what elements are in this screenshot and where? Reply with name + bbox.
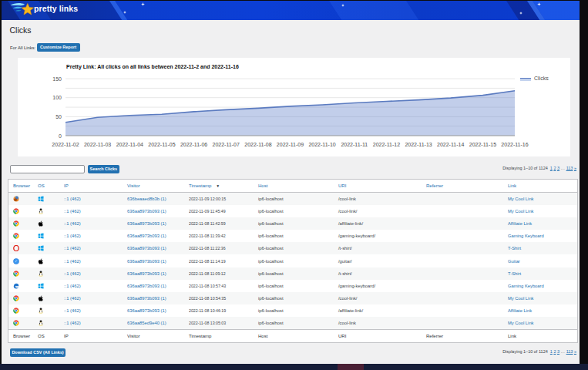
svg-text:150: 150 — [52, 76, 62, 82]
svg-text:2022-11-08: 2022-11-08 — [244, 142, 271, 147]
svg-text:2022-11-16: 2022-11-16 — [501, 142, 528, 147]
svg-text:2022-11-10: 2022-11-10 — [308, 142, 335, 147]
svg-text:2022-11-04: 2022-11-04 — [116, 142, 143, 147]
svg-text:2022-11-09: 2022-11-09 — [277, 142, 304, 147]
svg-text:0: 0 — [59, 133, 62, 139]
svg-text:2022-11-15: 2022-11-15 — [469, 142, 496, 147]
svg-text:2022-11-05: 2022-11-05 — [148, 142, 175, 147]
svg-text:2022-11-07: 2022-11-07 — [213, 142, 240, 147]
svg-text:2022-11-03: 2022-11-03 — [84, 142, 111, 147]
svg-text:2022-11-13: 2022-11-13 — [405, 142, 432, 147]
svg-text:50: 50 — [55, 114, 62, 119]
svg-text:2022-11-02: 2022-11-02 — [52, 142, 79, 147]
svg-text:2022-11-06: 2022-11-06 — [180, 142, 207, 147]
svg-text:2022-11-14: 2022-11-14 — [437, 142, 464, 147]
svg-text:100: 100 — [52, 95, 62, 100]
svg-text:2022-11-12: 2022-11-12 — [373, 142, 400, 147]
svg-text:2022-11-11: 2022-11-11 — [341, 142, 368, 147]
